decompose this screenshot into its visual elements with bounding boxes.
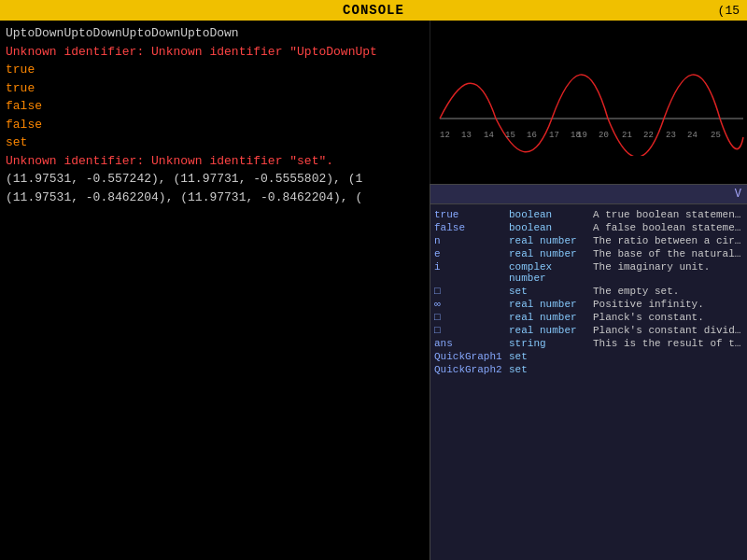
table-row: ereal numberThe base of the natural loga… — [430, 247, 747, 260]
var-name: QuickGraph2 — [434, 364, 509, 375]
var-name: e — [434, 248, 509, 259]
svg-text:14: 14 — [484, 131, 494, 140]
table-row: QuickGraph1set — [430, 350, 747, 363]
var-name: ans — [434, 338, 509, 349]
title-bar: CONSOLE (15 — [0, 0, 747, 21]
svg-text:25: 25 — [711, 131, 721, 140]
var-name: true — [434, 209, 509, 220]
console-area: UptoDownUptoDownUptoDownUptoDownUnknown … — [0, 21, 430, 560]
console-line: Unknown identifier: Unknown identifier "… — [6, 43, 424, 62]
var-desc — [593, 351, 743, 362]
console-line: true — [6, 79, 424, 98]
console-lines: UptoDownUptoDownUptoDownUptoDownUnknown … — [6, 24, 424, 206]
table-row: ansstringThis is the result of the last … — [430, 337, 747, 350]
var-name: □ — [434, 312, 509, 323]
console-line: (11.97531, -0.8462204), (11.97731, -0.84… — [6, 189, 424, 207]
console-line: true — [6, 61, 424, 79]
svg-text:12: 12 — [440, 131, 450, 140]
var-name: n — [434, 235, 509, 246]
var-type: boolean — [509, 209, 593, 220]
var-name: □ — [434, 286, 509, 297]
graph-svg: 12 13 14 15 16 17 18 19 20 21 22 23 24 2… — [430, 25, 747, 156]
var-desc — [593, 364, 743, 375]
var-name: QuickGraph1 — [434, 351, 509, 362]
svg-text:15: 15 — [505, 131, 515, 140]
var-name: □ — [434, 325, 509, 336]
console-line: Unknown identifier: Unknown identifier "… — [6, 152, 424, 171]
var-desc: Positive infinity. — [593, 299, 743, 310]
var-desc: Planck's constant divided by 2π — [593, 325, 743, 336]
svg-text:24: 24 — [687, 131, 698, 140]
var-type: real number — [509, 235, 593, 246]
svg-text:20: 20 — [599, 131, 609, 140]
table-row: □real numberPlanck's constant divided by… — [430, 324, 747, 337]
var-type: boolean — [509, 222, 593, 233]
var-desc: This is the result of the last co — [593, 338, 743, 349]
var-desc: The ratio between a circle's ci — [593, 235, 743, 246]
console-line: false — [6, 97, 424, 116]
var-type: set — [509, 351, 593, 362]
table-content: truebooleanA true boolean statement.fals… — [430, 204, 747, 380]
var-type: complex number — [509, 261, 593, 284]
svg-text:17: 17 — [549, 131, 559, 140]
table-row: nreal numberThe ratio between a circle's… — [430, 234, 747, 247]
var-desc: The empty set. — [593, 286, 743, 297]
table-row: ∞real numberPositive infinity. — [430, 298, 747, 311]
table-row: QuickGraph2set — [430, 363, 747, 376]
table-row: □setThe empty set. — [430, 285, 747, 298]
svg-text:13: 13 — [461, 131, 472, 140]
var-name: ∞ — [434, 299, 509, 310]
svg-text:16: 16 — [527, 131, 537, 140]
var-desc: Planck's constant. — [593, 312, 743, 323]
console-line: set — [6, 133, 424, 152]
var-desc: A true boolean statement. — [593, 209, 743, 220]
graph-area: 12 13 14 15 16 17 18 19 20 21 22 23 24 2… — [430, 21, 747, 184]
var-type: set — [509, 364, 593, 375]
table-row: icomplex numberThe imaginary unit. — [430, 260, 747, 285]
table-header: V — [430, 185, 747, 204]
svg-text:23: 23 — [666, 131, 676, 140]
table-row: truebooleanA true boolean statement. — [430, 208, 747, 221]
var-type: real number — [509, 312, 593, 323]
var-type: string — [509, 338, 593, 349]
var-type: real number — [509, 325, 593, 336]
var-desc: The imaginary unit. — [593, 261, 743, 284]
console-title: CONSOLE — [343, 3, 404, 18]
svg-text:22: 22 — [643, 131, 654, 140]
console-line: UptoDownUptoDownUptoDownUptoDown — [6, 24, 424, 43]
var-name: false — [434, 222, 509, 233]
svg-text:19: 19 — [577, 131, 587, 140]
var-desc: A false boolean statement. — [593, 222, 743, 233]
console-line: false — [6, 116, 424, 134]
var-type: real number — [509, 299, 593, 310]
var-desc: The base of the natural logarit — [593, 248, 743, 259]
console-line: (11.97531, -0.557242), (11.97731, -0.555… — [6, 170, 424, 189]
svg-text:21: 21 — [622, 131, 632, 140]
var-type: real number — [509, 248, 593, 259]
var-name: i — [434, 261, 509, 284]
table-row: □real numberPlanck's constant. — [430, 311, 747, 324]
var-type: set — [509, 286, 593, 297]
variable-table: V truebooleanA true boolean statement.fa… — [430, 184, 747, 560]
table-row: falsebooleanA false boolean statement. — [430, 221, 747, 234]
page-number: (15 — [718, 4, 740, 18]
